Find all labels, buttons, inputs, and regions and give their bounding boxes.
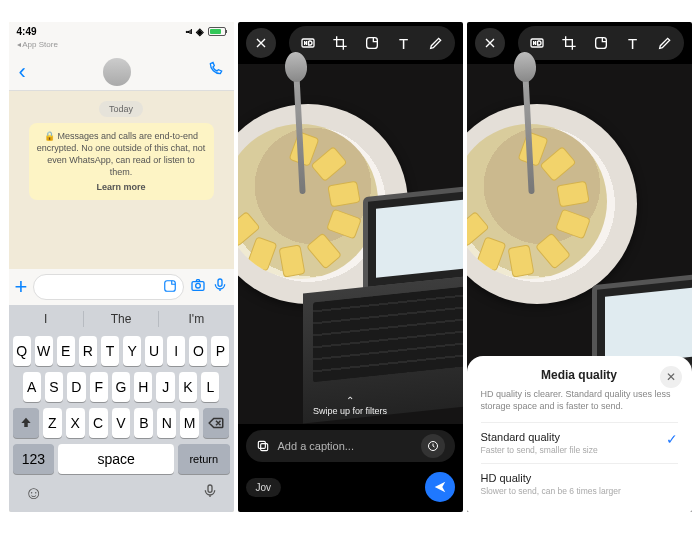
sheet-title: Media quality	[481, 368, 678, 382]
media-quality-sheet: ✕ Media quality HD quality is clearer. S…	[467, 356, 692, 512]
text-button[interactable]: T	[391, 30, 417, 56]
chat-body: Today 🔒 Messages and calls are end-to-en…	[9, 91, 234, 269]
keyboard-footer: ☺	[9, 477, 234, 512]
chat-header: ‹	[9, 53, 234, 91]
key[interactable]: D	[67, 372, 85, 402]
key[interactable]: G	[112, 372, 130, 402]
app-store-back[interactable]: ◂ App Store	[9, 40, 234, 53]
battery-icon	[208, 27, 226, 36]
back-button[interactable]: ‹	[19, 59, 26, 85]
camera-button[interactable]	[190, 277, 206, 297]
checkmark-icon: ✓	[666, 431, 678, 447]
suggestion[interactable]: I	[9, 312, 83, 326]
call-button[interactable]	[207, 61, 223, 82]
sheet-close-button[interactable]: ✕	[660, 366, 682, 388]
sticker-button[interactable]	[359, 30, 385, 56]
text-button[interactable]: T	[620, 30, 646, 56]
caption-input[interactable]: Add a caption...	[246, 430, 455, 462]
key[interactable]: V	[112, 408, 131, 438]
close-button[interactable]	[246, 28, 276, 58]
quality-option-standard[interactable]: Standard quality Faster to send, smaller…	[481, 422, 678, 463]
key[interactable]: H	[134, 372, 152, 402]
draw-button[interactable]	[423, 30, 449, 56]
encryption-notice[interactable]: 🔒 Messages and calls are end-to-end encr…	[29, 123, 214, 200]
key[interactable]: Y	[123, 336, 141, 366]
key[interactable]: I	[167, 336, 185, 366]
status-bar: 4:49 ••ıl ◈	[9, 22, 234, 40]
key[interactable]: T	[101, 336, 119, 366]
suggestion-bar: I The I'm	[9, 305, 234, 333]
key[interactable]: Q	[13, 336, 31, 366]
dictate-key[interactable]	[202, 483, 218, 504]
contact-avatar[interactable]	[103, 58, 131, 86]
tool-group: T	[289, 26, 455, 60]
key[interactable]: K	[179, 372, 197, 402]
quality-option-hd[interactable]: HD quality Slower to send, can be 6 time…	[481, 463, 678, 504]
key[interactable]: U	[145, 336, 163, 366]
message-input[interactable]	[33, 274, 183, 300]
key[interactable]: R	[79, 336, 97, 366]
learn-more-link[interactable]: Learn more	[37, 181, 206, 193]
date-pill: Today	[99, 101, 143, 117]
option-title: HD quality	[481, 472, 678, 484]
key[interactable]: B	[134, 408, 153, 438]
key[interactable]: Z	[43, 408, 62, 438]
shift-key[interactable]	[13, 408, 39, 438]
key-row-2: ASDFGHJKL	[9, 369, 234, 405]
sticker-button[interactable]	[588, 30, 614, 56]
keyboard: I The I'm QWERTYUIOP ASDFGHJKL ZXCVBNM 1…	[9, 305, 234, 512]
media-editor-screen: T Swipe up for filters Add	[238, 22, 463, 512]
option-sub: Faster to send, smaller file size	[481, 445, 658, 455]
key[interactable]: L	[201, 372, 219, 402]
key[interactable]: N	[157, 408, 176, 438]
wifi-icon: ◈	[196, 26, 204, 37]
svg-rect-7	[258, 441, 265, 448]
svg-point-2	[195, 283, 200, 288]
key[interactable]: M	[180, 408, 199, 438]
attach-button[interactable]: +	[15, 274, 28, 300]
emoji-key[interactable]: ☺	[25, 483, 43, 504]
key-row-bottom: 123 space return	[9, 441, 234, 477]
backspace-key[interactable]	[203, 408, 229, 438]
svg-rect-8	[260, 444, 267, 451]
key[interactable]: E	[57, 336, 75, 366]
key[interactable]: P	[211, 336, 229, 366]
key[interactable]: X	[66, 408, 85, 438]
option-title: Standard quality	[481, 431, 658, 443]
svg-rect-11	[595, 38, 606, 49]
signal-icon: ••ıl	[185, 27, 191, 36]
key[interactable]: C	[89, 408, 108, 438]
crop-button[interactable]	[327, 30, 353, 56]
editor-toolbar: T	[467, 22, 692, 64]
suggestion[interactable]: I'm	[159, 312, 233, 326]
tool-group: T	[518, 26, 684, 60]
key[interactable]: F	[90, 372, 108, 402]
suggestion[interactable]: The	[84, 312, 158, 326]
key[interactable]: W	[35, 336, 53, 366]
key[interactable]: J	[156, 372, 174, 402]
editor-toolbar: T	[238, 22, 463, 64]
key-row-3: ZXCVBNM	[9, 405, 234, 441]
media-preview[interactable]: Swipe up for filters	[238, 64, 463, 424]
space-key[interactable]: space	[58, 444, 174, 474]
send-row: Jov	[238, 468, 463, 512]
status-time: 4:49	[17, 26, 37, 37]
svg-rect-4	[208, 485, 212, 492]
key[interactable]: O	[189, 336, 207, 366]
numbers-key[interactable]: 123	[13, 444, 55, 474]
draw-button[interactable]	[652, 30, 678, 56]
key[interactable]: S	[45, 372, 63, 402]
recipient-chip[interactable]: Jov	[246, 478, 282, 497]
mic-button[interactable]	[212, 277, 228, 297]
status-right: ••ıl ◈	[185, 26, 225, 37]
close-button[interactable]	[475, 28, 505, 58]
media-quality-screen: T ✕ Media quality HD quality is clearer	[467, 22, 692, 512]
send-button[interactable]	[425, 472, 455, 502]
option-sub: Slower to send, can be 6 times larger	[481, 486, 678, 496]
key[interactable]: A	[23, 372, 41, 402]
crop-button[interactable]	[556, 30, 582, 56]
sticker-icon[interactable]	[163, 279, 177, 296]
svg-rect-0	[164, 280, 175, 291]
timer-button[interactable]	[421, 434, 445, 458]
return-key[interactable]: return	[178, 444, 229, 474]
